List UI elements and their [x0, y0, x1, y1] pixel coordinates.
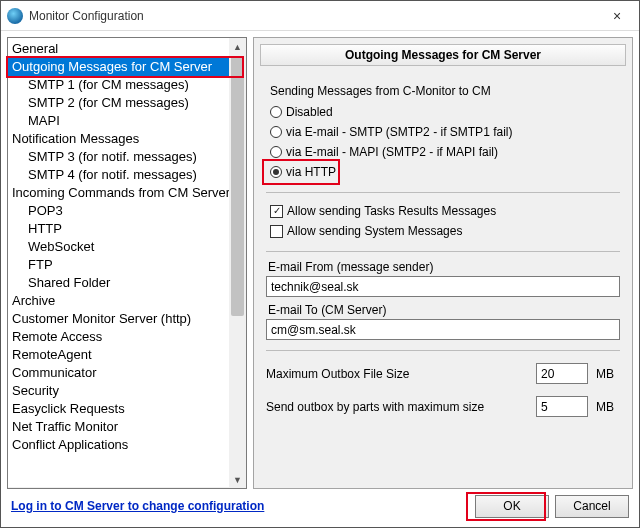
email-to-input[interactable]: [266, 319, 620, 340]
nav-item[interactable]: HTTP: [8, 220, 230, 238]
cancel-button[interactable]: Cancel: [555, 495, 629, 518]
nav-item[interactable]: SMTP 4 (for notif. messages): [8, 166, 230, 184]
nav-item[interactable]: Incoming Commands from CM Server: [8, 184, 230, 202]
scroll-thumb[interactable]: [231, 56, 244, 316]
radio-http[interactable]: via HTTP: [270, 162, 620, 182]
body-area: GeneralOutgoing Messages for CM ServerSM…: [1, 31, 639, 489]
nav-item[interactable]: Customer Monitor Server (http): [8, 310, 230, 328]
separator: [266, 251, 620, 252]
check-tasks[interactable]: Allow sending Tasks Results Messages: [270, 201, 620, 221]
nav-item[interactable]: SMTP 3 (for notif. messages): [8, 148, 230, 166]
email-from-input[interactable]: [266, 276, 620, 297]
close-button[interactable]: ×: [595, 1, 639, 31]
checkbox-label: Allow sending Tasks Results Messages: [287, 204, 496, 218]
nav-item[interactable]: General: [8, 40, 230, 58]
panel-title: Outgoing Messages for CM Server: [260, 44, 626, 66]
radio-label: via E-mail - SMTP (SMTP2 - if SMTP1 fail…: [286, 125, 512, 139]
radio-icon: [270, 166, 282, 178]
checkbox-icon: [270, 225, 283, 238]
scroll-up-arrow[interactable]: ▲: [229, 38, 246, 55]
nav-item[interactable]: Remote Access: [8, 328, 230, 346]
nav-item[interactable]: Shared Folder: [8, 274, 230, 292]
scroll-down-arrow[interactable]: ▼: [229, 471, 246, 488]
separator: [266, 350, 620, 351]
nav-item[interactable]: Security: [8, 382, 230, 400]
max-outbox-label: Maximum Outbox File Size: [266, 367, 528, 381]
radio-icon: [270, 126, 282, 138]
nav-item[interactable]: MAPI: [8, 112, 230, 130]
max-outbox-input[interactable]: [536, 363, 588, 384]
login-link[interactable]: Log in to CM Server to change configurat…: [11, 499, 264, 513]
nav-item[interactable]: Outgoing Messages for CM Server: [8, 58, 230, 76]
nav-item[interactable]: RemoteAgent: [8, 346, 230, 364]
unit-label: MB: [596, 367, 620, 381]
app-icon: [7, 8, 23, 24]
send-parts-label: Send outbox by parts with maximum size: [266, 400, 528, 414]
nav-item[interactable]: Notification Messages: [8, 130, 230, 148]
radio-label: via HTTP: [286, 165, 336, 179]
nav-item[interactable]: Easyclick Requests: [8, 400, 230, 418]
nav-item[interactable]: WebSocket: [8, 238, 230, 256]
email-to-label: E-mail To (CM Server): [268, 303, 620, 317]
titlebar: Monitor Configuration ×: [1, 1, 639, 31]
checkbox-label: Allow sending System Messages: [287, 224, 462, 238]
nav-item[interactable]: SMTP 2 (for CM messages): [8, 94, 230, 112]
send-parts-input[interactable]: [536, 396, 588, 417]
nav-item[interactable]: FTP: [8, 256, 230, 274]
footer: Log in to CM Server to change configurat…: [1, 489, 639, 523]
radio-label: via E-mail - MAPI (SMTP2 - if MAPI fail): [286, 145, 498, 159]
check-system[interactable]: Allow sending System Messages: [270, 221, 620, 241]
radio-label: Disabled: [286, 105, 333, 119]
nav-item[interactable]: Conflict Applications: [8, 436, 230, 454]
nav-item[interactable]: POP3: [8, 202, 230, 220]
nav-item[interactable]: Archive: [8, 292, 230, 310]
nav-scrollbar[interactable]: ▲ ▼: [229, 38, 246, 488]
config-panel: Outgoing Messages for CM Server Sending …: [253, 37, 633, 489]
radio-icon: [270, 146, 282, 158]
radio-smtp[interactable]: via E-mail - SMTP (SMTP2 - if SMTP1 fail…: [270, 122, 620, 142]
radio-icon: [270, 106, 282, 118]
ok-button[interactable]: OK: [475, 495, 549, 518]
checkbox-icon: [270, 205, 283, 218]
separator: [266, 192, 620, 193]
radio-mapi[interactable]: via E-mail - MAPI (SMTP2 - if MAPI fail): [270, 142, 620, 162]
nav-item[interactable]: Net Traffic Monitor: [8, 418, 230, 436]
radio-disabled[interactable]: Disabled: [270, 102, 620, 122]
nav-item[interactable]: Communicator: [8, 364, 230, 382]
email-from-label: E-mail From (message sender): [268, 260, 620, 274]
window-title: Monitor Configuration: [29, 9, 595, 23]
unit-label: MB: [596, 400, 620, 414]
nav-tree: GeneralOutgoing Messages for CM ServerSM…: [7, 37, 247, 489]
nav-item[interactable]: SMTP 1 (for CM messages): [8, 76, 230, 94]
sending-label: Sending Messages from C-Monitor to CM: [270, 84, 620, 98]
